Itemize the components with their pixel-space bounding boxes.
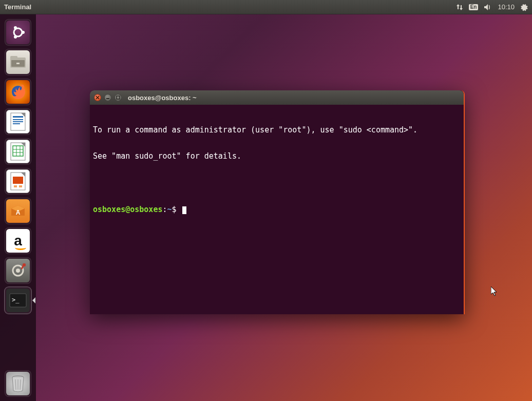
svg-rect-13 [13,123,20,124]
svg-rect-12 [13,121,23,122]
window-titlebar[interactable]: osboxes@osboxes: ~ [90,90,464,105]
svg-rect-5 [10,56,17,59]
launcher-dash[interactable] [5,19,31,46]
gear-icon [520,3,528,11]
launcher-dock: A a >_ [0,14,36,401]
software-center-icon: A [6,199,30,223]
window-minimize-button[interactable] [104,94,111,101]
network-indicator[interactable] [455,0,464,14]
window-title: osboxes@osboxes: ~ [128,94,197,102]
prompt-user-host: osboxes@osboxes [93,205,162,214]
libreoffice-writer-icon [6,110,30,133]
settings-icon [6,259,30,282]
firefox-icon [6,80,30,104]
window-maximize-button[interactable] [115,94,122,101]
minimize-icon [106,96,110,100]
sound-indicator[interactable] [483,0,491,14]
window-controls [94,94,122,101]
svg-rect-27 [23,263,26,266]
prompt-symbol: $ [172,205,177,214]
terminal-cursor [182,206,186,214]
terminal-blank-line [93,179,461,187]
svg-point-2 [14,26,17,29]
svg-point-1 [22,31,25,34]
prompt-separator: : [162,205,167,214]
svg-rect-7 [16,63,20,64]
terminal-body[interactable]: To run a command as administrator (user … [90,105,464,314]
keyboard-language-indicator[interactable]: En [469,0,479,14]
svg-rect-22 [14,185,17,187]
svg-rect-21 [13,177,23,184]
window-close-button[interactable] [94,94,101,101]
libreoffice-calc-icon [6,140,30,163]
libreoffice-impress-icon [6,169,30,193]
svg-rect-35 [117,96,120,99]
amazon-icon: a [6,229,30,253]
launcher-writer[interactable] [5,108,31,135]
svg-point-26 [16,269,20,273]
volume-icon [483,3,491,11]
top-menubar: Terminal En 10:10 [0,0,532,14]
svg-rect-23 [19,185,22,187]
launcher-ubuntu-software[interactable]: A [5,198,31,224]
terminal-output-line: To run a command as administrator (user … [93,126,461,135]
terminal-window: osboxes@osboxes: ~ To run a command as a… [90,90,465,314]
launcher-calc[interactable] [5,138,31,165]
focused-app-name: Terminal [4,3,31,11]
terminal-prompt-line: osboxes@osboxes:~$ [93,205,461,214]
svg-point-0 [14,28,22,36]
svg-rect-11 [13,119,23,120]
clock-indicator[interactable]: 10:10 [498,0,515,14]
launcher-impress[interactable] [5,168,31,195]
launcher-firefox[interactable] [5,79,31,105]
network-updown-icon [455,3,464,11]
launcher-files[interactable] [5,49,31,75]
launcher-trash[interactable] [5,370,31,397]
svg-text:>_: >_ [12,296,20,303]
ubuntu-logo-icon [6,21,30,44]
files-icon [6,50,30,74]
prompt-path: ~ [167,205,172,214]
maximize-icon [116,96,120,100]
terminal-icon: >_ [6,289,30,312]
trash-icon [6,372,30,395]
terminal-output-line: See "man sudo_root" for details. [93,152,461,161]
svg-text:A: A [16,209,21,216]
launcher-terminal[interactable]: >_ [5,287,31,314]
language-badge: En [469,4,479,10]
svg-rect-34 [106,98,109,99]
svg-point-3 [14,35,17,39]
svg-rect-10 [13,116,23,118]
launcher-amazon[interactable]: a [5,227,31,254]
launcher-system-settings[interactable] [5,257,31,284]
close-icon [96,96,100,100]
session-indicator[interactable] [520,0,528,14]
